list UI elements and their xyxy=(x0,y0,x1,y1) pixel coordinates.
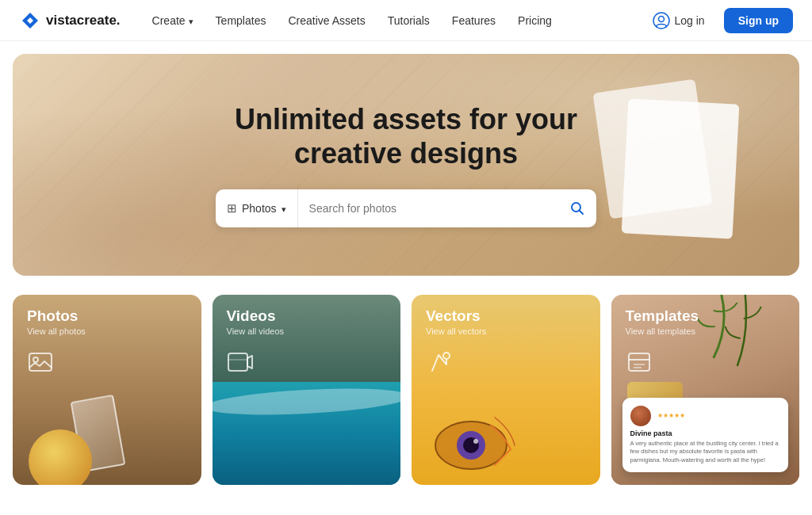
create-chevron-icon xyxy=(189,14,193,27)
card-videos-title: Videos xyxy=(227,307,285,325)
hero-title-line1: Unlimited assets for your xyxy=(235,103,577,135)
nav-item-templates[interactable]: Templates xyxy=(206,10,276,32)
reviewer-avatar xyxy=(630,406,651,426)
card-templates-subtitle: View all templates xyxy=(626,326,699,336)
nav-tutorials-label: Tutorials xyxy=(388,14,430,27)
card-vectors-icon xyxy=(426,349,453,381)
card-photos[interactable]: Photos View all photos xyxy=(13,295,201,485)
svg-line-3 xyxy=(580,211,584,215)
search-icon xyxy=(570,201,584,216)
search-input[interactable] xyxy=(298,202,558,215)
svg-point-5 xyxy=(33,357,38,362)
nav-item-features[interactable]: Features xyxy=(442,10,505,32)
nav-pricing-label: Pricing xyxy=(518,14,552,27)
search-type-button[interactable]: ⊞ Photos xyxy=(216,189,298,227)
nav-item-creative-assets[interactable]: Creative Assets xyxy=(278,10,374,32)
card-vectors-title: Vectors xyxy=(426,307,486,325)
search-type-label: Photos xyxy=(242,202,277,215)
nav-links: Create Templates Creative Assets Tutoria… xyxy=(143,10,635,32)
nav-create-label: Create xyxy=(152,14,186,27)
card-templates-label: Templates View all templates xyxy=(626,307,699,336)
review-card-header: ★★★★★ xyxy=(630,406,781,426)
card-photos-title: Photos xyxy=(27,307,86,325)
login-label: Log in xyxy=(675,14,705,27)
video-foam-decoration xyxy=(213,384,401,418)
logo[interactable]: vistacreate. xyxy=(19,10,121,32)
hero-title: Unlimited assets for your creative desig… xyxy=(235,102,577,170)
logo-text: vistacreate. xyxy=(46,13,121,29)
nav-right: Log in Sign up xyxy=(642,7,793,34)
nav-item-pricing[interactable]: Pricing xyxy=(508,10,561,32)
card-videos-label: Videos View all videos xyxy=(227,307,285,336)
search-bar: ⊞ Photos xyxy=(216,189,596,227)
review-text: A very authentic place at the bustling c… xyxy=(630,440,781,465)
vector-eye-decoration xyxy=(423,402,534,481)
login-button[interactable]: Log in xyxy=(642,7,716,34)
hero-section: Unlimited assets for your creative desig… xyxy=(13,54,799,276)
card-photos-subtitle: View all photos xyxy=(27,326,86,336)
logo-icon xyxy=(19,10,41,32)
video-ocean-decoration xyxy=(213,382,401,485)
card-videos-subtitle: View all videos xyxy=(227,326,285,336)
card-templates[interactable]: Templates View all templates ★★★★★ Divin… xyxy=(611,295,800,485)
review-title: Divine pasta xyxy=(630,429,781,437)
review-stars: ★★★★★ xyxy=(657,412,781,419)
card-photos-label: Photos View all photos xyxy=(27,307,86,336)
card-videos-icon xyxy=(227,349,254,381)
nav-item-tutorials[interactable]: Tutorials xyxy=(378,10,439,32)
signup-label: Sign up xyxy=(738,14,779,27)
card-templates-icon xyxy=(626,349,653,381)
card-templates-title: Templates xyxy=(626,307,699,325)
hero-card-2 xyxy=(622,98,740,238)
card-vectors[interactable]: Vectors View all vectors xyxy=(412,295,600,485)
photo-fruit-decoration xyxy=(29,429,92,485)
svg-rect-6 xyxy=(228,353,247,371)
card-videos[interactable]: Videos View all videos xyxy=(213,295,401,485)
card-photos-icon xyxy=(27,349,54,381)
svg-point-8 xyxy=(443,353,450,359)
hero-title-line2: creative designs xyxy=(294,137,518,170)
svg-rect-4 xyxy=(29,353,52,371)
cards-section: Photos View all photos Videos View all v… xyxy=(0,276,812,501)
svg-point-1 xyxy=(658,16,664,21)
review-card: ★★★★★ Divine pasta A very authentic plac… xyxy=(622,398,789,473)
card-vectors-subtitle: View all vectors xyxy=(426,326,486,336)
search-button[interactable] xyxy=(558,189,596,227)
card-vectors-label: Vectors View all vectors xyxy=(426,307,486,336)
svg-point-14 xyxy=(473,439,478,444)
nav-creative-assets-label: Creative Assets xyxy=(288,14,365,27)
user-icon xyxy=(653,12,670,29)
nav-templates-label: Templates xyxy=(216,14,266,27)
hero-content: Unlimited assets for your creative desig… xyxy=(216,102,596,227)
navbar: vistacreate. Create Templates Creative A… xyxy=(0,0,812,41)
image-type-icon: ⊞ xyxy=(227,201,237,216)
search-type-chevron-icon xyxy=(282,202,286,215)
nav-features-label: Features xyxy=(452,14,496,27)
review-info: ★★★★★ xyxy=(657,412,781,419)
nav-item-create[interactable]: Create xyxy=(143,10,203,32)
signup-button[interactable]: Sign up xyxy=(724,8,793,33)
